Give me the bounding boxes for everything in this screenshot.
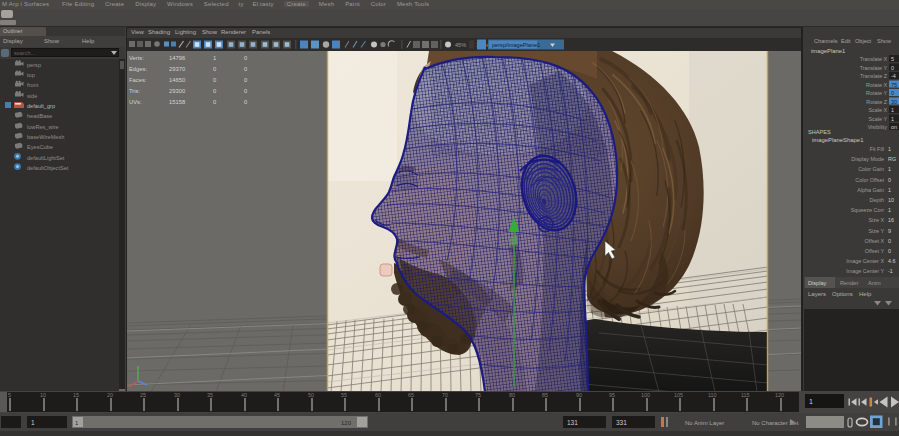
svg-text:SHAPES: SHAPES [808,129,831,135]
svg-text:0: 0 [244,55,247,61]
svg-text:0: 0 [244,99,247,105]
svg-text:60: 60 [375,392,381,398]
svg-text:imagePlaneShape1: imagePlaneShape1 [812,137,863,143]
svg-text:Offset Y: Offset Y [865,248,885,254]
svg-text:55: 55 [341,392,347,398]
svg-text:Size Y: Size Y [869,228,885,234]
svg-text:0: 0 [244,66,247,72]
svg-text:110: 110 [708,392,717,398]
svg-text:75: 75 [475,392,481,398]
svg-text:16: 16 [888,217,894,223]
svg-text:20: 20 [107,392,113,398]
svg-text:65: 65 [408,392,414,398]
svg-text:Scale Y: Scale Y [869,116,888,122]
svg-text:No Anim Layer: No Anim Layer [685,420,724,426]
svg-text:5: 5 [891,56,894,62]
svg-text:top: top [27,72,35,78]
svg-text:Edit: Edit [841,38,851,44]
svg-text:Offset X: Offset X [865,238,885,244]
svg-text:Anim: Anim [868,280,881,286]
svg-text:30: 30 [174,392,180,398]
svg-text:115: 115 [741,392,750,398]
svg-text:Display Mode: Display Mode [851,156,884,162]
svg-text:9: 9 [888,228,891,234]
svg-text:defaultObjectSet: defaultObjectSet [27,165,69,171]
svg-text:15: 15 [73,392,79,398]
svg-text:Color Gain: Color Gain [858,166,884,172]
svg-text:Translate Z: Translate Z [860,73,888,79]
svg-text:105: 105 [674,392,683,398]
svg-text:1: 1 [891,107,894,113]
svg-text:50: 50 [308,392,314,398]
svg-text:Edges:: Edges: [129,66,147,72]
svg-text:Layers: Layers [808,291,826,297]
svg-text:131: 131 [567,419,578,426]
svg-text:RG: RG [888,156,896,162]
svg-text:Display: Display [808,280,827,286]
svg-text:0: 0 [213,88,216,94]
svg-text:Alpha Gain: Alpha Gain [857,187,884,193]
svg-text:Image Center Y: Image Center Y [846,268,884,274]
svg-text:14650: 14650 [169,77,185,83]
svg-text:120: 120 [775,392,784,398]
svg-text:1: 1 [888,187,891,193]
svg-text:Translate X: Translate X [860,56,888,62]
svg-text:0: 0 [244,77,247,83]
svg-text:15158: 15158 [169,99,185,105]
svg-text:-1: -1 [888,268,893,274]
svg-text:120: 120 [341,420,352,426]
svg-text:persp: persp [27,62,41,68]
svg-text:Depth: Depth [870,197,884,203]
svg-text:1: 1 [891,116,894,122]
svg-text:Verts:: Verts: [129,55,144,61]
svg-text:75: 75 [891,82,897,88]
svg-text:0: 0 [888,248,891,254]
svg-text:defaultLightSet: defaultLightSet [27,155,65,161]
svg-text:Squeeze Corr: Squeeze Corr [851,207,884,213]
svg-text:29370: 29370 [169,66,185,72]
svg-text:default_grp: default_grp [27,103,55,109]
svg-text:14796: 14796 [169,55,185,61]
svg-text:0: 0 [891,90,894,96]
svg-text:1: 1 [888,146,891,152]
svg-text:Translate Y: Translate Y [860,65,888,71]
svg-text:0: 0 [213,77,216,83]
svg-text:persp/imagePlane1: persp/imagePlane1 [492,42,540,48]
svg-text:Visibility: Visibility [868,124,888,130]
svg-text:Fit Fill: Fit Fill [870,146,884,152]
svg-text:4.6: 4.6 [888,258,896,264]
svg-text:1: 1 [888,166,891,172]
svg-text:5: 5 [8,392,11,398]
svg-text:45: 45 [274,392,280,398]
svg-text:95: 95 [609,392,615,398]
svg-text:30: 30 [891,99,897,105]
svg-text:Channels: Channels [814,38,838,44]
svg-text:35: 35 [207,392,213,398]
svg-text:10: 10 [888,197,894,203]
svg-text:lowRes_wire: lowRes_wire [27,124,59,130]
svg-text:UVs:: UVs: [129,99,142,105]
svg-text:Color Offset: Color Offset [855,177,884,183]
svg-text:baseWireMesh: baseWireMesh [27,134,64,140]
svg-text:Image Center X: Image Center X [846,258,884,264]
svg-text:imagePlane1: imagePlane1 [811,48,845,54]
svg-text:Render: Render [840,280,858,286]
svg-text:1: 1 [809,398,813,405]
svg-text:0: 0 [213,66,216,72]
svg-text:Size X: Size X [868,217,884,223]
svg-text:on: on [891,124,897,130]
svg-text:side: side [27,93,37,99]
svg-text:Rotate Z: Rotate Z [866,99,887,105]
svg-text:0: 0 [891,65,894,71]
svg-text:80: 80 [509,392,515,398]
svg-text:Faces:: Faces: [129,77,147,83]
svg-text:1: 1 [888,207,891,213]
svg-text:Options: Options [832,291,853,297]
svg-text:-4: -4 [891,73,896,79]
svg-text:1: 1 [213,55,216,61]
svg-text:Rotate Y: Rotate Y [866,90,887,96]
svg-text:331: 331 [616,419,627,426]
svg-text:0: 0 [888,177,891,183]
svg-text:0: 0 [213,99,216,105]
svg-text:100: 100 [641,392,650,398]
